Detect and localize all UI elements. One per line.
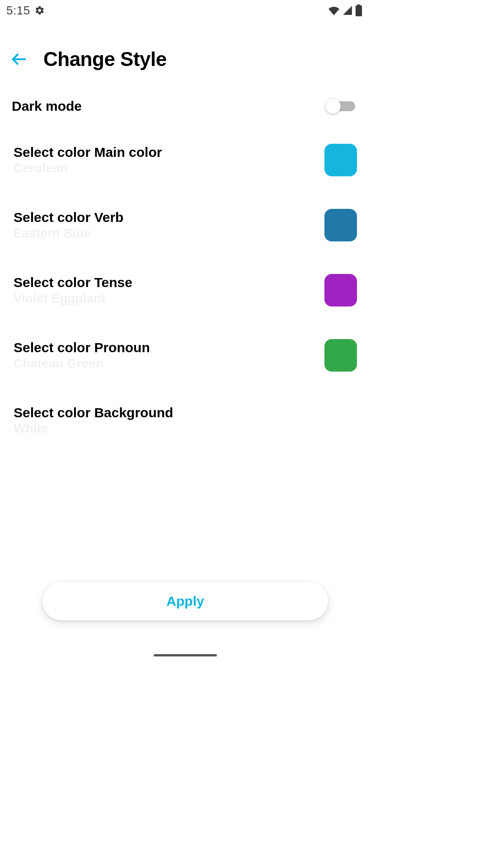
color-swatch-verb (324, 209, 357, 241)
wifi-icon (328, 5, 340, 15)
color-row-value: Violet Eggplant (14, 291, 132, 306)
status-bar: 5:15 (0, 0, 371, 21)
color-row-text: Select color Verb Eastern Blue (14, 210, 123, 241)
app-header: Change Style (0, 21, 371, 85)
color-row-tense[interactable]: Select color Tense Violet Eggplant (14, 258, 357, 323)
back-arrow-icon[interactable] (11, 51, 27, 67)
color-row-text: Select color Pronoun Chateau Green (14, 340, 150, 371)
dark-mode-row: Dark mode (0, 85, 371, 127)
color-swatch-tense (324, 274, 357, 307)
color-row-pronoun[interactable]: Select color Pronoun Chateau Green (14, 323, 357, 388)
gear-icon (35, 5, 45, 15)
color-row-value: Eastern Blue (14, 226, 123, 241)
color-row-title: Select color Background (14, 405, 173, 420)
color-row-verb[interactable]: Select color Verb Eastern Blue (14, 193, 357, 258)
dark-mode-label: Dark mode (12, 99, 82, 114)
color-row-value: Chateau Green (14, 356, 150, 371)
color-row-title: Select color Tense (14, 275, 132, 290)
color-list: Select color Main color Cerulean Select … (0, 127, 371, 453)
color-row-background[interactable]: Select color Background White (14, 388, 357, 453)
color-swatch-pronoun (324, 339, 357, 372)
color-row-title: Select color Verb (14, 210, 123, 225)
home-indicator[interactable] (154, 654, 217, 656)
color-swatch-main (324, 144, 357, 176)
battery-icon (355, 5, 362, 16)
toggle-knob (325, 99, 341, 114)
dark-mode-toggle[interactable] (325, 99, 357, 114)
color-swatch-background (324, 404, 357, 437)
color-row-value: White (14, 421, 173, 436)
color-row-text: Select color Main color Cerulean (14, 145, 162, 175)
color-row-value: Cerulean (14, 161, 162, 175)
color-row-text: Select color Background White (14, 405, 173, 436)
status-time: 5:15 (6, 4, 30, 18)
page-title: Change Style (43, 48, 167, 71)
apply-button[interactable]: Apply (42, 582, 328, 620)
cellular-icon (343, 5, 352, 15)
status-bar-right (328, 5, 362, 16)
color-row-title: Select color Pronoun (14, 340, 150, 355)
color-row-text: Select color Tense Violet Eggplant (14, 275, 132, 306)
color-row-title: Select color Main color (14, 145, 162, 160)
apply-button-label: Apply (166, 594, 204, 609)
status-bar-left: 5:15 (6, 4, 45, 18)
color-row-main[interactable]: Select color Main color Cerulean (14, 127, 357, 193)
